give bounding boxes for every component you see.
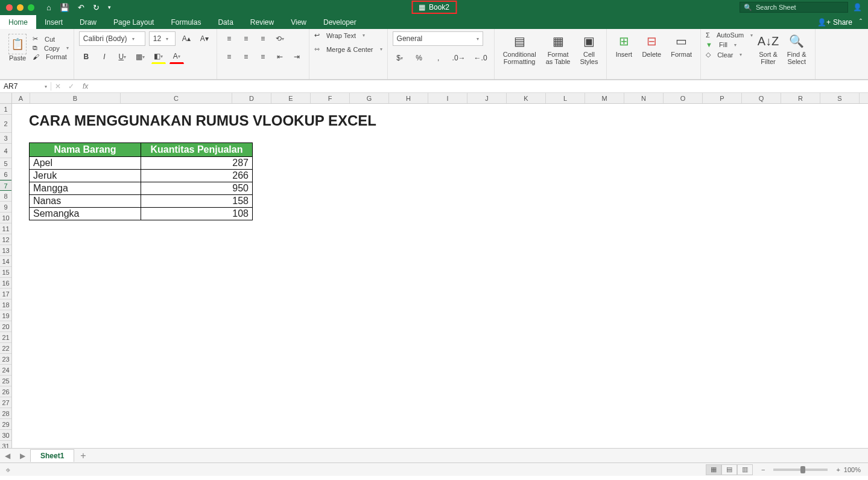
row-header[interactable]: 27	[0, 397, 11, 408]
zoom-level[interactable]: 100%	[844, 466, 861, 473]
row-header[interactable]: 16	[0, 278, 11, 289]
confirm-formula-icon[interactable]: ✓	[65, 82, 78, 91]
cancel-formula-icon[interactable]: ✕	[51, 82, 65, 91]
row-header[interactable]: 30	[0, 430, 11, 441]
align-right-icon[interactable]: ≡	[256, 50, 270, 64]
italic-button[interactable]: I	[97, 50, 112, 64]
page-layout-view-icon[interactable]: ▤	[721, 464, 737, 475]
row-header[interactable]: 24	[0, 365, 11, 376]
column-header[interactable]: O	[664, 93, 703, 103]
worksheet-grid[interactable]: 1234567891011121314151617181920212223242…	[0, 104, 868, 448]
underline-button[interactable]: U▾	[115, 50, 130, 64]
tab-review[interactable]: Review	[242, 15, 282, 29]
percent-icon[interactable]: %	[412, 51, 426, 65]
row-header[interactable]: 21	[0, 332, 11, 343]
decrease-indent-icon[interactable]: ⇤	[273, 50, 287, 64]
next-sheet-icon[interactable]: ▶	[15, 452, 30, 460]
zoom-slider[interactable]	[773, 469, 828, 471]
row-header[interactable]: 25	[0, 376, 11, 386]
row-header[interactable]: 17	[0, 289, 11, 299]
increase-decimal-icon[interactable]: .0→	[451, 51, 467, 65]
format-as-table-button[interactable]: ▦Format as Table	[542, 31, 574, 66]
currency-icon[interactable]: $▾	[393, 51, 407, 65]
row-header[interactable]: 14	[0, 256, 11, 267]
maximize-window-icon[interactable]	[28, 4, 34, 11]
column-header[interactable]: B	[30, 93, 121, 103]
close-window-icon[interactable]	[6, 4, 13, 11]
redo-icon[interactable]: ↻	[93, 3, 100, 12]
row-header[interactable]: 26	[0, 386, 11, 397]
zoom-out-icon[interactable]: −	[761, 466, 765, 473]
tab-draw[interactable]: Draw	[71, 15, 105, 29]
font-size-select[interactable]: 12▾	[149, 31, 176, 46]
cell-styles-button[interactable]: ▣Cell Styles	[576, 31, 601, 66]
autosum-button[interactable]: Σ AutoSum ▾	[706, 31, 753, 39]
column-header[interactable]: R	[781, 93, 820, 103]
comma-icon[interactable]: ,	[431, 51, 446, 65]
paste-button[interactable]: 📋 Paste	[5, 31, 30, 64]
save-icon[interactable]: 💾	[60, 3, 69, 12]
align-middle-icon[interactable]: ≡	[239, 31, 253, 46]
collapse-ribbon-icon[interactable]: ˆ	[860, 18, 862, 27]
row-header[interactable]: 29	[0, 419, 11, 430]
normal-view-icon[interactable]: ▦	[706, 464, 721, 475]
row-header[interactable]: 7	[0, 180, 11, 191]
row-header[interactable]: 28	[0, 408, 11, 419]
column-header[interactable]: J	[467, 93, 507, 103]
font-color-button[interactable]: A▾	[169, 50, 184, 64]
align-top-icon[interactable]: ≡	[222, 31, 236, 46]
increase-font-icon[interactable]: A▴	[179, 31, 194, 46]
qat-dropdown-icon[interactable]: ▾	[108, 4, 111, 10]
name-box[interactable]: AR7▾	[0, 82, 51, 91]
column-header[interactable]: K	[507, 93, 546, 103]
cut-button[interactable]: ✂ Cut	[33, 35, 69, 43]
align-left-icon[interactable]: ≡	[222, 50, 236, 64]
column-header[interactable]: N	[624, 93, 664, 103]
tab-data[interactable]: Data	[209, 15, 241, 29]
align-bottom-icon[interactable]: ≡	[256, 31, 270, 46]
increase-indent-icon[interactable]: ⇥	[290, 50, 304, 64]
copy-button[interactable]: ⧉ Copy ▾	[33, 44, 69, 52]
row-header[interactable]: 31	[0, 441, 11, 448]
row-header[interactable]: 9	[0, 202, 11, 213]
column-header[interactable]: S	[820, 93, 860, 103]
share-button[interactable]: 👤+ Share ˆ	[811, 16, 868, 29]
zoom-in-icon[interactable]: +	[836, 466, 840, 473]
row-header[interactable]: 4	[0, 144, 11, 158]
sort-filter-button[interactable]: A↓ZSort & Filter	[755, 31, 781, 66]
home-icon[interactable]: ⌂	[46, 3, 51, 12]
wrap-text-button[interactable]: ↩ Wrap Text ▾	[314, 31, 382, 39]
column-header[interactable]: D	[232, 93, 271, 103]
tab-insert[interactable]: Insert	[36, 15, 71, 29]
orientation-icon[interactable]: ⟲▾	[273, 31, 287, 46]
row-header[interactable]: 22	[0, 343, 11, 354]
row-header[interactable]: 11	[0, 223, 11, 234]
column-header[interactable]: P	[703, 93, 742, 103]
clear-button[interactable]: ◇ Clear ▾	[706, 51, 753, 59]
name-box-dropdown-icon[interactable]: ▾	[45, 84, 47, 89]
border-button[interactable]: ▦▾	[133, 50, 148, 64]
decrease-decimal-icon[interactable]: ←.0	[472, 51, 489, 65]
row-header[interactable]: 15	[0, 267, 11, 278]
fx-icon[interactable]: fx	[78, 82, 93, 91]
row-header[interactable]: 2	[0, 115, 11, 133]
format-cells-button[interactable]: ▭Format	[667, 31, 695, 59]
decrease-font-icon[interactable]: A▾	[197, 31, 212, 46]
minimize-window-icon[interactable]	[17, 4, 24, 11]
format-painter-button[interactable]: 🖌 Format	[33, 53, 69, 60]
column-header[interactable]: M	[585, 93, 624, 103]
select-all-corner[interactable]	[0, 93, 12, 103]
row-header[interactable]: 20	[0, 321, 11, 332]
fill-color-button[interactable]: ◧▾	[151, 50, 166, 64]
column-header[interactable]: Q	[742, 93, 781, 103]
conditional-formatting-button[interactable]: ▤Conditional Formatting	[499, 31, 540, 66]
undo-icon[interactable]: ↶	[78, 3, 84, 12]
column-header[interactable]: I	[428, 93, 467, 103]
row-header[interactable]: 23	[0, 354, 11, 365]
delete-cells-button[interactable]: ⊟Delete	[638, 31, 665, 59]
tab-developer[interactable]: Developer	[315, 15, 365, 29]
row-header[interactable]: 12	[0, 234, 11, 245]
font-name-select[interactable]: Calibri (Body)▾	[79, 31, 145, 46]
bold-button[interactable]: B	[79, 50, 93, 64]
row-header[interactable]: 19	[0, 310, 11, 321]
